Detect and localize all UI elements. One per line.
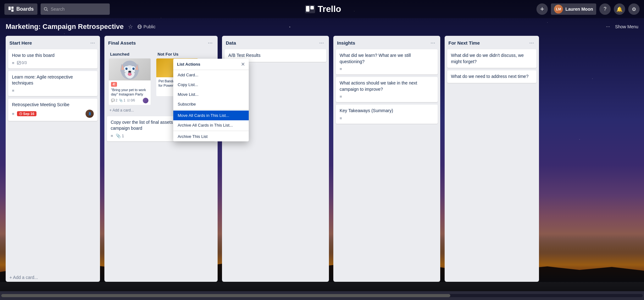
- due-date-badge: Sep 16: [17, 111, 36, 116]
- dropdown-copy-list[interactable]: Copy List...: [173, 80, 249, 90]
- card-agile-retro[interactable]: Learn more: Agile retrospective techniqu…: [8, 71, 97, 96]
- help-button[interactable]: ?: [599, 3, 611, 15]
- list-insights: Insights ··· What did we learn? What are…: [333, 36, 440, 282]
- dropdown-move-list[interactable]: Move List...: [173, 90, 249, 99]
- boards-label: Boards: [16, 6, 34, 12]
- scrollbar-thumb[interactable]: [1, 294, 450, 297]
- user-menu-button[interactable]: LM Lauren Moon: [551, 3, 596, 15]
- create-button[interactable]: +: [536, 3, 548, 15]
- avatar: LM: [554, 5, 563, 14]
- svg-rect-6: [306, 6, 309, 12]
- card-address-next[interactable]: What do we need to address next time?: [447, 70, 536, 83]
- search-bar: [41, 3, 110, 15]
- trello-logo-icon: [305, 5, 315, 13]
- nav-center: Trello: [113, 4, 533, 14]
- sub-card-avatar: [143, 98, 148, 103]
- horizontal-scrollbar[interactable]: [0, 291, 644, 300]
- sub-lists-container: Launched: [104, 49, 218, 116]
- star-icon[interactable]: ☆: [128, 23, 133, 30]
- ellipsis-icon: ···: [606, 24, 610, 30]
- dropdown-divider-2: [173, 131, 249, 131]
- list-menu-button-start-here[interactable]: ···: [89, 39, 96, 47]
- checklist-badge: 0/3: [17, 61, 27, 65]
- scrollbar-track: [1, 294, 643, 297]
- list-title-final-assets: Final Assets: [108, 40, 136, 46]
- card-how-to-use[interactable]: How to use this board ≡ 0/3: [8, 49, 97, 68]
- trello-logo: Trello: [305, 4, 341, 14]
- boards-button[interactable]: Boards: [4, 3, 37, 15]
- board-columns: Start Here ··· How to use this board ≡: [0, 34, 644, 284]
- list-menu-button-next-time[interactable]: ···: [528, 39, 535, 47]
- card-title-ab: A/B Test Results: [228, 52, 323, 59]
- dropdown-move-all-cards[interactable]: Move All Cards in This List...: [173, 111, 249, 120]
- card-key-takeaways[interactable]: Key Takeaways (Summary) ≡: [336, 105, 438, 124]
- svg-point-32: [125, 72, 125, 73]
- card-title-address: What do we need to address next time?: [451, 74, 533, 80]
- dropdown-add-card[interactable]: Add Card...: [173, 70, 249, 80]
- app-wrapper: Boards Trello: [0, 0, 644, 300]
- list-title-start-here: Start Here: [9, 40, 32, 46]
- board-visibility: Public: [137, 24, 155, 29]
- list-menu-button-insights[interactable]: ···: [429, 39, 436, 47]
- card-urgency-badge: 4!: [111, 82, 117, 87]
- sub-card-meta: 💬 2 📎 1 ☑ 0/6: [111, 98, 148, 103]
- svg-rect-7: [310, 6, 314, 9]
- card-actions-next[interactable]: What actions should we take in the next …: [336, 77, 438, 102]
- card-title-discuss: What did we do we didn't discuss, we mig…: [451, 52, 533, 65]
- user-name: Lauren Moon: [565, 7, 593, 12]
- checklist-icon: [17, 61, 21, 65]
- attachment-count: 📎 1: [116, 134, 124, 138]
- list-header-start-here: Start Here ···: [6, 36, 100, 49]
- list-menu-button-data[interactable]: ···: [318, 39, 325, 47]
- card-title: Retrospective Meeting Scribe: [12, 102, 94, 108]
- card-meta: ≡: [12, 88, 94, 93]
- card-title-learn: What did we learn? What are we still que…: [340, 52, 434, 65]
- description-icon: ≡: [12, 88, 14, 93]
- board-title: Marketing: Campaign Retrospective: [6, 23, 124, 31]
- dropdown-archive-list[interactable]: Archive This List: [173, 132, 249, 141]
- card-what-learn[interactable]: What did we learn? What are we still que…: [336, 49, 438, 74]
- sub-list-header-not-for-us: Not For Us: [154, 49, 200, 58]
- list-menu-button-final-assets[interactable]: ···: [207, 39, 214, 47]
- sub-list-launched: Launched: [107, 49, 153, 114]
- sub-card-text-husky: 4! "Bring your pet to work day" Instagra…: [109, 80, 151, 105]
- list-title-data: Data: [226, 40, 236, 46]
- card-meeting-scribe[interactable]: Retrospective Meeting Scribe ≡ Sep 16: [8, 99, 97, 121]
- clock-icon: [19, 112, 22, 115]
- card-meta: ≡ Sep 16 👤: [12, 110, 94, 118]
- search-input[interactable]: [51, 7, 98, 12]
- svg-point-26: [133, 68, 135, 70]
- description-icon: ≡: [111, 134, 113, 138]
- dropdown-subscribe[interactable]: Subscribe: [173, 99, 249, 109]
- show-menu-button[interactable]: Show Menu: [615, 24, 638, 29]
- notifications-button[interactable]: 🔔: [614, 3, 625, 15]
- board-icon: [8, 6, 14, 12]
- description-icon: ≡: [340, 94, 342, 99]
- settings-button[interactable]: ⚙: [628, 3, 640, 15]
- dropdown-archive-all-cards[interactable]: Archive All Cards in This List...: [173, 120, 249, 130]
- card-title: Learn more: Agile retrospective techniqu…: [12, 74, 94, 86]
- list-header-data: Data ···: [222, 36, 329, 49]
- navbar: Boards Trello: [0, 0, 644, 18]
- add-card-button-start-here[interactable]: + Add a card...: [6, 273, 100, 282]
- svg-line-4: [47, 10, 48, 11]
- svg-line-14: [21, 114, 21, 114]
- list-header-next-time: For Next Time ···: [445, 36, 539, 49]
- card-meta: ≡ 0/3: [12, 61, 94, 65]
- card-avatar: 👤: [86, 110, 94, 118]
- svg-rect-2: [11, 9, 14, 12]
- description-icon: ≡: [12, 61, 14, 65]
- card-title-takeaways: Key Takeaways (Summary): [340, 108, 434, 114]
- avatar-initials: 👤: [86, 110, 94, 118]
- svg-rect-0: [8, 7, 11, 10]
- content-layer: Boards Trello: [0, 0, 644, 300]
- list-actions-dropdown: List Actions ✕ Add Card... Copy List... …: [173, 59, 249, 141]
- dropdown-close-button[interactable]: ✕: [241, 61, 245, 67]
- svg-point-33: [134, 72, 135, 73]
- card-didnt-discuss[interactable]: What did we do we didn't discuss, we mig…: [447, 49, 536, 68]
- card-title: How to use this board: [12, 52, 94, 59]
- card-title-actions: What actions should we take in the next …: [340, 80, 434, 92]
- sub-card-husky[interactable]: 4! "Bring your pet to work day" Instagra…: [109, 58, 151, 105]
- add-card-sub-launched[interactable]: + Add a card...: [107, 107, 153, 114]
- svg-rect-1: [11, 7, 14, 9]
